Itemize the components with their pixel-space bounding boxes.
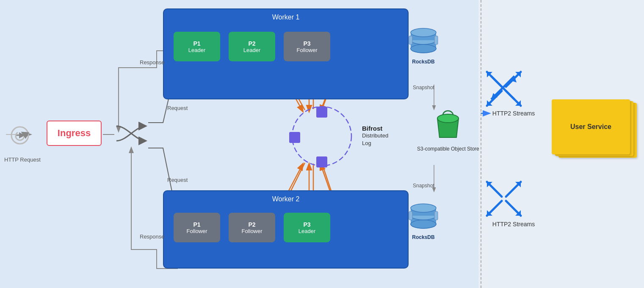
w1-p2-box: P2 Leader [229,32,275,61]
w2-p2-role: Follower [241,228,262,234]
rocksdb1-container: RocksDB [406,23,440,65]
user-service-label: User Service [570,123,611,131]
w1-p1-box: P1 Leader [174,32,220,61]
ingress-label: Ingress [58,128,91,139]
svg-rect-34 [434,211,438,220]
request1-label: Request [167,105,188,111]
response2-label: Response [140,233,165,240]
ingress-box: Ingress [47,121,102,146]
svg-rect-25 [409,36,412,44]
w1-p3-id: P3 [303,40,310,47]
rocksdb1-label: RocksDB [412,59,434,65]
w2-p1-box: P1 Follower [174,213,220,242]
http2-streams2-label: HTTP2 Streams [486,221,541,228]
worker2-label: Worker 2 [164,195,408,203]
bifrost-svg [286,101,358,171]
w1-p2-id: P2 [248,40,255,47]
w2-p2-id: P2 [248,221,255,228]
w2-p1-role: Follower [186,228,207,234]
w1-p2-role: Leader [243,47,260,53]
worker1-label: Worker 1 [164,14,408,21]
rocksdb1-icon [406,23,440,57]
w2-p3-id: P3 [303,221,310,228]
svg-rect-36 [316,107,327,118]
http2-arrows1 [485,70,523,110]
diagram-container: HTTP Request Ingress Worker 1 Worker 2 [0,0,644,288]
w2-p1-id: P1 [193,221,200,228]
rocksdb2-icon [406,199,440,233]
w2-p3-role: Leader [299,228,315,234]
user-service-stack: User Service [552,99,636,163]
svg-rect-26 [434,36,438,44]
http2-streams1-label: HTTP2 Streams [486,110,541,117]
svg-rect-33 [409,211,412,220]
request2-label: Request [167,177,188,183]
divider-line [481,0,481,288]
shuffle-icon [114,118,148,149]
w2-p2-box: P2 Follower [229,213,275,242]
svg-rect-37 [289,132,300,143]
w2-p3-box: P3 Leader [284,213,330,242]
s3-icon [431,110,465,144]
w1-p1-id: P1 [193,40,200,47]
snapshot1-label: Snapshot [413,85,434,91]
response1-label: Response [140,59,165,66]
circle-arrow-icon [9,125,30,146]
rocksdb2-container: RocksDB [406,199,440,240]
bifrost-label: Bifrost DistributedLog [362,125,388,147]
snapshot2-label: Snapshot [413,183,434,189]
s3-label: S3-compatible Object Store [417,146,479,152]
w1-p1-role: Leader [188,47,205,53]
bifrost-sub-label: DistributedLog [362,132,388,147]
s3-container: S3-compatible Object Store [417,110,479,152]
w1-p3-box: P3 Follower [284,32,330,61]
http2-icon2 [485,180,523,219]
svg-rect-38 [316,156,327,167]
http-request-label: HTTP Request [4,156,41,163]
svg-point-39 [437,114,459,123]
bifrost-bold-label: Bifrost [362,125,388,132]
w1-p3-role: Follower [296,47,317,53]
rocksdb2-label: RocksDB [412,234,434,240]
svg-point-31 [411,204,436,212]
svg-point-23 [411,28,436,37]
